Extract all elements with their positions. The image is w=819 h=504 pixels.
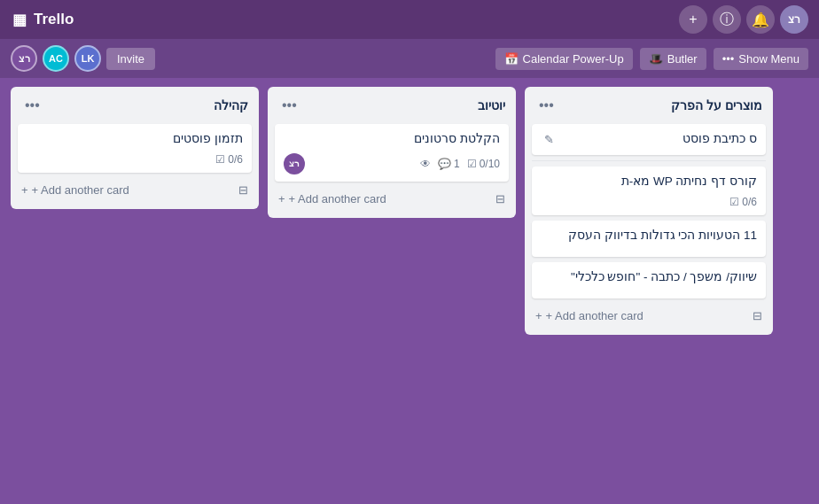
plus-icon: + xyxy=(21,183,28,197)
badge-checkbox-kurs: ☑ 0/6 xyxy=(729,196,757,208)
list-header-kehila: ••• קהילה xyxy=(18,94,252,117)
plus-icon-2: + xyxy=(278,192,285,205)
board-header-left: רצ AC LK Invite xyxy=(11,45,155,72)
member-avatar-rz[interactable]: רצ xyxy=(11,45,37,72)
template-icon-2: ⊟ xyxy=(495,192,505,205)
card-title-11: 11 הטעויות הכי גדולות בדיווק העסק xyxy=(541,228,757,244)
card-title-tizmon: תזמון פוסטים xyxy=(27,131,243,148)
card-badges-haklatat: ☑ 0/10 💬 1 👁 xyxy=(420,158,500,170)
list-menu-button-products[interactable]: ••• xyxy=(535,96,558,115)
list-kehila: ••• קהילה תזמון פוסטים ☑ 0/6 + + Add ano… xyxy=(11,87,259,209)
card-badges-kurs: ☑ 0/6 xyxy=(541,196,757,208)
comment-icon: 💬 xyxy=(438,158,451,170)
list-title-kehila: קהילה xyxy=(214,98,248,112)
card-11-mistakes[interactable]: 11 הטעויות הכי גדולות בדיווק העסק xyxy=(532,221,766,257)
card-divider xyxy=(532,160,766,161)
board-header: רצ AC LK Invite 📅 Calendar Power-Up 🎩 Bu… xyxy=(0,39,819,78)
top-navigation: ▦ Trello + ⓘ 🔔 רצ xyxy=(0,0,819,39)
list-menu-button-kehila[interactable]: ••• xyxy=(21,96,43,115)
card-ktivat-post[interactable]: ס כתיבת פוסט ✎ xyxy=(532,124,766,155)
add-button[interactable]: + xyxy=(679,5,707,34)
card-kurs-nachita[interactable]: קורס דף נחיתה WP מא-ת ☑ 0/6 xyxy=(532,167,766,215)
list-header-youtube: ••• יוטיוב xyxy=(275,94,509,117)
card-marketing[interactable]: שיווק/ משפך / כתבה - "חופש כלכלי" xyxy=(532,262,766,299)
edit-card-button[interactable]: ✎ xyxy=(541,132,558,147)
template-icon: ⊟ xyxy=(238,183,248,197)
info-button[interactable]: ⓘ xyxy=(713,5,741,34)
dots-icon: ••• xyxy=(722,52,735,66)
list-products: ••• מוצרים על הפרק ס כתיבת פוסט ✎ קורס ד… xyxy=(525,87,773,335)
eye-icon: 👁 xyxy=(420,158,431,170)
notifications-button[interactable]: 🔔 xyxy=(746,5,775,34)
invite-button[interactable]: Invite xyxy=(106,48,155,70)
calendar-powerup-button[interactable]: 📅 Calendar Power-Up xyxy=(495,48,633,70)
card-title-ktivat: ס כתיבת פוסט xyxy=(682,131,757,148)
card-title-marketing: שיווק/ משפך / כתבה - "חופש כלכלי" xyxy=(541,269,757,286)
add-card-button-products[interactable]: + + Add another card ⊟ xyxy=(532,304,766,328)
card-tizmon[interactable]: תזמון פוסטים ☑ 0/6 xyxy=(18,124,252,173)
user-avatar[interactable]: רצ xyxy=(780,5,808,34)
member-avatar-lk[interactable]: LK xyxy=(74,45,101,72)
plus-icon-3: + xyxy=(535,309,542,322)
app-name: Trello xyxy=(34,11,74,28)
template-icon-3: ⊟ xyxy=(753,309,762,322)
list-title-youtube: יוטיוב xyxy=(478,98,505,112)
app-logo: ▦ Trello xyxy=(11,11,74,28)
card-title-kurs: קורס דף נחיתה WP מא-ת xyxy=(541,174,757,190)
top-nav-left: ▦ Trello xyxy=(11,11,74,28)
show-menu-button[interactable]: ••• Show Menu xyxy=(714,48,808,70)
calendar-icon: 📅 xyxy=(504,52,519,66)
board-content: ••• קהילה תזמון פוסטים ☑ 0/6 + + Add ano… xyxy=(0,78,819,344)
card-footer-haklatat: רצ ☑ 0/10 💬 1 👁 xyxy=(284,153,500,174)
card-haklatat[interactable]: הקלטת סרטונים רצ ☑ 0/10 💬 1 👁 xyxy=(275,124,509,182)
list-youtube: ••• יוטיוב הקלטת סרטונים רצ ☑ 0/10 💬 1 xyxy=(268,87,516,218)
card-member-rz: רצ xyxy=(284,153,305,174)
list-header-products: ••• מוצרים על הפרק xyxy=(532,94,766,117)
checkbox-icon-3: ☑ xyxy=(729,196,739,208)
card-badges-tizmon: ☑ 0/6 xyxy=(27,153,243,166)
butler-icon: 🎩 xyxy=(649,52,663,66)
top-nav-right: + ⓘ 🔔 רצ xyxy=(679,5,808,34)
board-header-right: 📅 Calendar Power-Up 🎩 Butler ••• Show Me… xyxy=(495,48,808,70)
add-card-button-kehila[interactable]: + + Add another card ⊟ xyxy=(18,178,252,202)
badge-checkbox-tizmon: ☑ 0/6 xyxy=(215,153,243,166)
checkbox-icon-2: ☑ xyxy=(467,158,477,170)
card-title-haklatat: הקלטת סרטונים xyxy=(284,131,500,148)
badge-checkbox-haklatat: ☑ 0/10 xyxy=(467,158,500,170)
badge-comment-haklatat: 💬 1 xyxy=(438,158,460,170)
add-card-button-youtube[interactable]: + + Add another card ⊟ xyxy=(275,187,509,211)
list-menu-button-youtube[interactable]: ••• xyxy=(278,96,300,115)
checkbox-icon: ☑ xyxy=(215,153,225,166)
trello-icon: ▦ xyxy=(11,11,28,28)
butler-button[interactable]: 🎩 Butler xyxy=(640,48,706,70)
badge-eye-haklatat: 👁 xyxy=(420,158,431,170)
list-title-products: מוצרים על הפרק xyxy=(671,98,762,112)
member-avatar-ac[interactable]: AC xyxy=(43,45,69,72)
